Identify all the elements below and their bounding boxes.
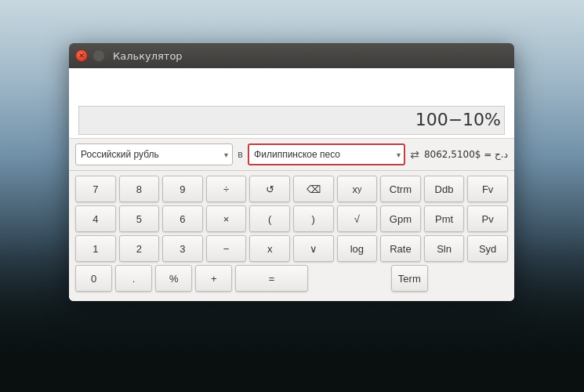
in-label: в <box>238 149 243 160</box>
key-syd[interactable]: Syd <box>467 235 508 262</box>
currency-result: 8062,5د.ح = $100 <box>424 149 508 160</box>
display-main: 100−10% <box>78 106 505 135</box>
window-title: Калькулятор <box>113 50 183 62</box>
key-x[interactable]: x <box>249 235 290 262</box>
key-multiply[interactable]: × <box>206 205 247 232</box>
keypad-row-3: 1 2 3 − x ∨ log Rate Sln Syd <box>75 235 508 262</box>
key-rparen[interactable]: ) <box>293 205 334 232</box>
key-percent[interactable]: % <box>155 265 192 292</box>
key-gpm[interactable]: Gpm <box>380 205 421 232</box>
key-check[interactable]: ∨ <box>293 235 334 262</box>
calculator-window: ✕ Калькулятор 100−10% Российский рубль ▾… <box>69 43 514 301</box>
key-rate[interactable]: Rate <box>380 235 421 262</box>
from-currency-select[interactable]: Российский рубль <box>75 143 233 165</box>
key-2[interactable]: 2 <box>119 235 160 262</box>
key-5[interactable]: 5 <box>119 205 160 232</box>
display-area: 100−10% <box>69 68 514 139</box>
key-ddb[interactable]: Ddb <box>424 176 465 202</box>
key-power[interactable]: xy <box>337 176 378 202</box>
titlebar: ✕ Калькулятор <box>69 43 514 68</box>
key-0[interactable]: 0 <box>75 265 112 292</box>
key-4[interactable]: 4 <box>75 205 116 232</box>
key-6[interactable]: 6 <box>162 205 203 232</box>
key-7[interactable]: 7 <box>75 176 116 202</box>
from-currency-container[interactable]: Российский рубль ▾ <box>75 143 233 165</box>
to-currency-select[interactable]: Филиппинское песо <box>248 143 405 165</box>
key-undo[interactable]: ↺ <box>249 176 290 202</box>
key-fv[interactable]: Fv <box>467 176 508 202</box>
key-divide[interactable]: ÷ <box>206 176 247 202</box>
key-8[interactable]: 8 <box>119 176 160 202</box>
swap-icon[interactable]: ⇄ <box>410 148 419 161</box>
key-pmt[interactable]: Pmt <box>424 205 465 232</box>
key-plus[interactable]: + <box>195 265 232 292</box>
display-secondary <box>78 74 505 106</box>
key-pv[interactable]: Pv <box>467 205 508 232</box>
key-3[interactable]: 3 <box>162 235 203 262</box>
keypad-row-2: 4 5 6 × ( ) √ Gpm Pmt Pv <box>75 205 508 232</box>
to-currency-container[interactable]: Филиппинское песо ▾ <box>248 143 405 165</box>
key-ctrm[interactable]: Ctrm <box>380 176 421 202</box>
key-minus[interactable]: − <box>206 235 247 262</box>
key-9[interactable]: 9 <box>162 176 203 202</box>
key-equals[interactable]: = <box>235 265 307 292</box>
key-dot[interactable]: . <box>115 265 152 292</box>
key-lparen[interactable]: ( <box>249 205 290 232</box>
key-1[interactable]: 1 <box>75 235 116 262</box>
close-button[interactable]: ✕ <box>75 49 88 62</box>
display-value: 100−10% <box>415 110 501 129</box>
key-backspace[interactable]: ⌫ <box>293 176 334 202</box>
keypad: 7 8 9 ÷ ↺ ⌫ xy Ctrm Ddb Fv 4 5 6 × ( ) √… <box>69 171 514 301</box>
key-sqrt[interactable]: √ <box>337 205 378 232</box>
key-log[interactable]: log <box>337 235 378 262</box>
minimize-button[interactable] <box>92 49 105 62</box>
key-sln[interactable]: Sln <box>424 235 465 262</box>
currency-row: Российский рубль ▾ в Филиппинское песо ▾… <box>69 139 514 171</box>
key-term[interactable]: Term <box>391 265 428 292</box>
keypad-row-4: 0 . % + = Term <box>75 265 508 292</box>
keypad-row-1: 7 8 9 ÷ ↺ ⌫ xy Ctrm Ddb Fv <box>75 176 508 202</box>
